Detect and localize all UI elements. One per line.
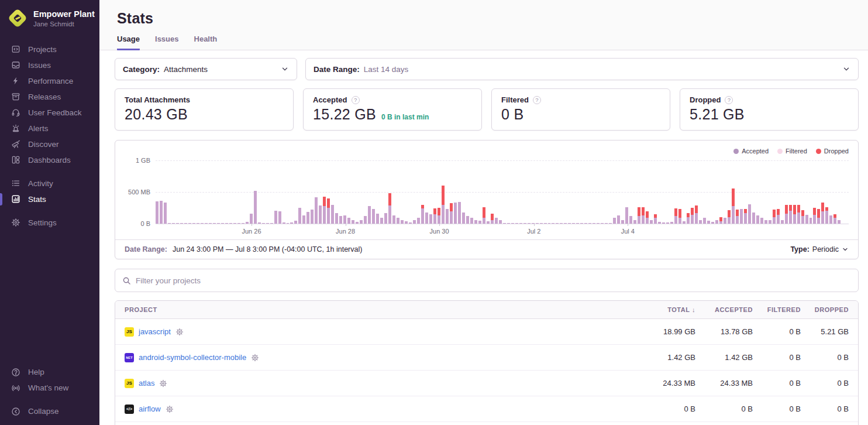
sidebar-item-label: Collapse xyxy=(28,407,59,416)
card-title: Total Attachments xyxy=(125,95,190,104)
sidebar-item-label: User Feedback xyxy=(28,108,82,117)
discover-icon xyxy=(11,139,20,149)
legend-label: Accepted xyxy=(742,148,769,155)
chart-bar xyxy=(825,207,828,224)
sidebar-item-discover[interactable]: Discover xyxy=(0,136,99,152)
sidebar-item-help[interactable]: Help xyxy=(0,364,99,380)
x-axis: Jun 26Jun 28Jun 30Jul 2Jul 4 xyxy=(156,224,831,239)
project-settings-button[interactable] xyxy=(251,354,259,362)
project-settings-button[interactable] xyxy=(175,328,184,336)
chart-bar xyxy=(433,208,436,224)
x-tick-mark xyxy=(346,224,346,226)
chart-bar xyxy=(789,205,792,224)
cell-dropped: 0 B xyxy=(801,405,849,413)
cell-accepted: 13.78 GB xyxy=(695,327,753,336)
x-tick-mark xyxy=(252,224,252,226)
legend-label: Dropped xyxy=(824,148,849,155)
tabs: Usage Issues Health xyxy=(117,35,850,50)
legend-filtered[interactable]: Filtered xyxy=(777,148,807,155)
project-link[interactable]: javascript xyxy=(139,327,171,336)
chart-bar xyxy=(442,186,445,224)
col-accepted[interactable]: ACCEPTED xyxy=(695,306,753,313)
chart-bar xyxy=(491,214,494,224)
chart-bar xyxy=(821,203,824,224)
sidebar-item-activity[interactable]: Activity xyxy=(0,176,99,191)
project-link[interactable]: airflow xyxy=(139,405,161,413)
project-settings-button[interactable] xyxy=(159,379,167,388)
org-switcher[interactable]: Empower Plant Jane Schmidt xyxy=(0,7,99,37)
chart-bar xyxy=(687,213,690,224)
x-tick-label: Jul 2 xyxy=(527,228,540,235)
card-value: 20.43 GB xyxy=(125,106,188,123)
sidebar-item-issues[interactable]: Issues xyxy=(0,57,99,73)
help-icon[interactable]: ? xyxy=(725,96,733,104)
help-icon[interactable]: ? xyxy=(533,96,541,104)
chart-bar xyxy=(278,211,281,224)
chart-bar xyxy=(838,220,841,224)
chart-bar xyxy=(347,218,350,224)
card-title: Filtered xyxy=(501,95,529,104)
tab-health[interactable]: Health xyxy=(194,35,218,50)
chevron-down-icon xyxy=(842,246,849,253)
chart-bars xyxy=(156,160,841,224)
sidebar-item-stats[interactable]: Stats xyxy=(0,191,99,207)
chart-bar xyxy=(392,215,395,224)
sidebar-item-settings[interactable]: Settings xyxy=(0,215,99,231)
sidebar-item-projects[interactable]: Projects xyxy=(0,42,99,57)
sidebar-item-dashboards[interactable]: Dashboards xyxy=(0,152,99,168)
chart-type-label: Type: xyxy=(790,245,809,253)
chart-bar xyxy=(446,209,449,224)
chart-bar xyxy=(458,202,461,224)
chart-bar xyxy=(417,218,420,224)
search-icon xyxy=(122,276,131,285)
chart-bar xyxy=(793,205,796,224)
cell-total: 24.33 MB xyxy=(626,379,695,388)
sidebar-nav: Projects Issues Performance Releases Use… xyxy=(0,42,99,231)
project-filter-input[interactable] xyxy=(136,276,851,285)
sidebar-item-user-feedback[interactable]: User Feedback xyxy=(0,105,99,121)
category-dropdown[interactable]: Category: Attachments xyxy=(115,58,297,80)
sidebar-item-label: Dashboards xyxy=(28,156,71,164)
chart-bar xyxy=(306,212,309,224)
chart-bar xyxy=(760,218,763,224)
help-icon[interactable]: ? xyxy=(352,96,360,104)
chart-bar xyxy=(160,201,163,224)
page-header: Stats Usage Issues Health xyxy=(99,0,868,50)
cell-dropped: 0 B xyxy=(801,353,849,362)
cell-filtered: 0 B xyxy=(753,379,801,388)
help-icon xyxy=(11,368,20,377)
cell-total: 18.99 GB xyxy=(626,327,695,336)
chart-bar xyxy=(298,208,301,224)
chart-bar xyxy=(372,209,375,224)
project-link[interactable]: atlas xyxy=(139,379,154,388)
tab-issues[interactable]: Issues xyxy=(155,35,178,50)
legend-dropped[interactable]: Dropped xyxy=(816,148,849,155)
x-tick-mark xyxy=(439,224,440,226)
col-total[interactable]: TOTAL ↓ xyxy=(626,306,695,313)
project-settings-button[interactable] xyxy=(166,405,174,413)
col-project[interactable]: PROJECT xyxy=(125,306,626,313)
chart-bar xyxy=(421,205,424,224)
projects-icon xyxy=(11,44,20,54)
col-dropped[interactable]: DROPPED xyxy=(801,306,849,313)
date-range-dropdown[interactable]: Date Range: Last 14 days xyxy=(305,58,859,80)
chart-bar xyxy=(483,207,485,224)
sidebar-item-releases[interactable]: Releases xyxy=(0,89,99,105)
chart-bar xyxy=(629,216,632,224)
chart-bar xyxy=(323,197,326,224)
sidebar-item-alerts[interactable]: Alerts xyxy=(0,121,99,136)
chart-bar xyxy=(388,193,391,224)
sidebar-item-label: What's new xyxy=(28,383,68,392)
chart-bar xyxy=(617,215,620,224)
sidebar-item-label: Stats xyxy=(28,195,46,204)
sidebar-item-whats-new[interactable]: What's new xyxy=(0,380,99,396)
chart-bar xyxy=(364,216,367,224)
legend-accepted[interactable]: Accepted xyxy=(733,148,769,155)
chart-type-dropdown[interactable]: Type: Periodic xyxy=(790,245,849,253)
project-link[interactable]: android-symbol-collector-mobile xyxy=(139,353,246,362)
sidebar-item-performance[interactable]: Performance xyxy=(0,73,99,89)
chart-bar xyxy=(756,215,759,224)
sidebar-collapse-button[interactable]: Collapse xyxy=(0,403,99,419)
tab-usage[interactable]: Usage xyxy=(117,35,140,50)
col-filtered[interactable]: FILTERED xyxy=(753,306,801,313)
